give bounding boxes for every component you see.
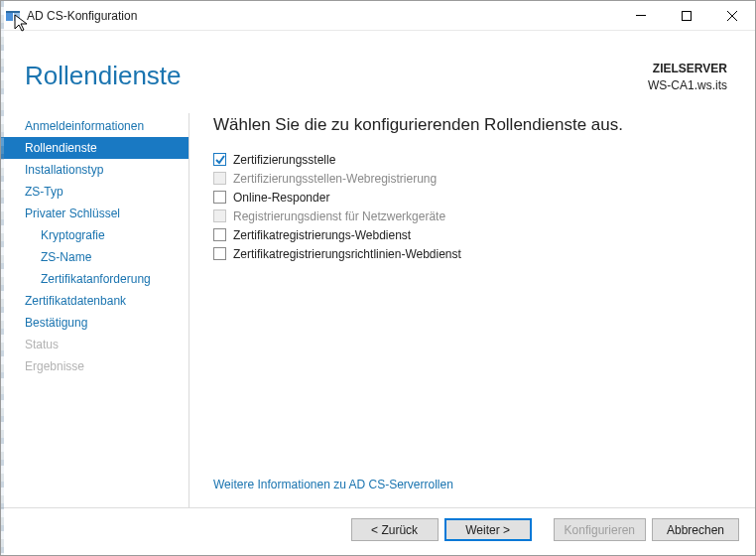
titlebar: AD CS-Konfiguration — [1, 1, 755, 31]
left-decor-bar — [1, 1, 4, 555]
configure-button[interactable]: Konfigurieren — [554, 518, 646, 541]
checkbox[interactable] — [213, 228, 226, 241]
sidebar: AnmeldeinformationenRollendiensteInstall… — [1, 113, 189, 507]
sidebar-item[interactable]: Zertifikatdatenbank — [1, 290, 189, 312]
app-icon — [5, 8, 21, 24]
window-title: AD CS-Konfiguration — [27, 9, 137, 23]
role-service-row: Zertifikatregistrierungs-Webdienst — [213, 228, 731, 242]
header: Rollendienste ZIELSERVER WS-CA1.ws.its — [1, 31, 755, 113]
target-server-value: WS-CA1.ws.its — [648, 77, 727, 94]
checkbox-label: Zertifikatregistrierungsrichtlinien-Webd… — [233, 247, 461, 261]
role-service-row: Zertifizierungsstellen-Webregistrierung — [213, 172, 731, 186]
checkbox-label: Zertifikatregistrierungs-Webdienst — [233, 228, 411, 242]
sidebar-item[interactable]: Anmeldeinformationen — [1, 115, 189, 137]
sidebar-item: Status — [1, 334, 189, 355]
sidebar-item[interactable]: Privater Schlüssel — [1, 203, 189, 224]
role-service-row: Registrierungsdienst für Netzwerkgeräte — [213, 209, 731, 223]
checkbox[interactable] — [213, 247, 226, 260]
page-heading: Rollendienste — [25, 61, 182, 95]
svg-rect-3 — [636, 15, 646, 16]
checkbox[interactable] — [213, 191, 226, 204]
close-button[interactable] — [709, 1, 755, 31]
cancel-button[interactable]: Abbrechen — [652, 518, 739, 541]
role-service-row: Zertifikatregistrierungsrichtlinien-Webd… — [213, 247, 731, 261]
target-server-info: ZIELSERVER WS-CA1.ws.its — [648, 61, 727, 95]
checkbox — [213, 172, 226, 185]
more-info-link[interactable]: Weitere Informationen zu AD CS-Serverrol… — [213, 470, 731, 507]
sidebar-item[interactable]: ZS-Typ — [1, 181, 189, 203]
checkbox — [213, 209, 226, 222]
sidebar-item[interactable]: Rollendienste — [1, 137, 189, 159]
target-server-label: ZIELSERVER — [648, 61, 727, 77]
role-services-list: ZertifizierungsstelleZertifizierungsstel… — [213, 153, 731, 261]
sidebar-item[interactable]: ZS-Name — [1, 246, 189, 268]
checkbox[interactable] — [213, 153, 226, 166]
checkbox-label: Online-Responder — [233, 191, 329, 205]
sidebar-item[interactable]: Kryptografie — [1, 224, 189, 246]
footer: < Zurück Weiter > Konfigurieren Abbreche… — [1, 507, 755, 555]
maximize-button[interactable] — [664, 1, 709, 31]
role-service-row: Zertifizierungsstelle — [213, 153, 731, 167]
checkbox-label: Zertifizierungsstelle — [233, 153, 335, 167]
main-panel: Wählen Sie die zu konfigurierenden Rolle… — [189, 113, 755, 507]
sidebar-item[interactable]: Bestätigung — [1, 312, 189, 334]
role-service-row: Online-Responder — [213, 191, 731, 205]
next-button[interactable]: Weiter > — [444, 518, 532, 541]
svg-rect-2 — [6, 11, 20, 13]
body: AnmeldeinformationenRollendiensteInstall… — [1, 113, 755, 507]
wizard-window: AD CS-Konfiguration Rollendienste ZIELSE… — [0, 0, 756, 556]
instruction-text: Wählen Sie die zu konfigurierenden Rolle… — [213, 115, 731, 135]
sidebar-item[interactable]: Zertifikatanforderung — [1, 268, 189, 290]
back-button[interactable]: < Zurück — [351, 518, 439, 541]
checkbox-label: Zertifizierungsstellen-Webregistrierung — [233, 172, 437, 186]
sidebar-item[interactable]: Installationstyp — [1, 159, 189, 181]
sidebar-item: Ergebnisse — [1, 355, 189, 377]
checkbox-label: Registrierungsdienst für Netzwerkgeräte — [233, 209, 445, 223]
svg-rect-4 — [683, 11, 692, 20]
minimize-button[interactable] — [618, 1, 664, 31]
